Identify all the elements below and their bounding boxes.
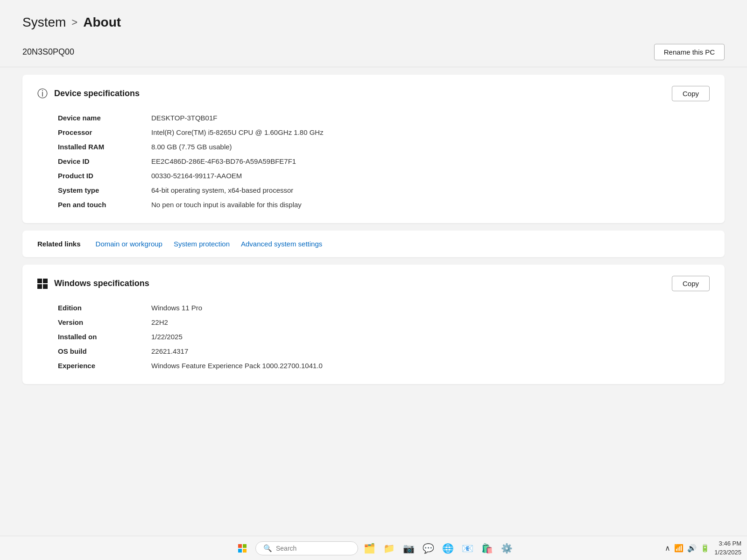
start-button[interactable]	[232, 538, 253, 559]
related-link[interactable]: Domain or workgroup	[96, 240, 162, 248]
windows-specs-title-group: Windows specifications	[37, 279, 149, 289]
table-row: System type64-bit operating system, x64-…	[54, 183, 710, 197]
related-link[interactable]: Advanced system settings	[241, 240, 322, 248]
spec-value: 22H2	[148, 315, 710, 329]
tray-chevron-icon[interactable]: ∧	[665, 544, 670, 553]
taskbar-app-settings[interactable]: ⚙️	[498, 540, 515, 557]
tray-volume-icon[interactable]: 🔊	[687, 544, 697, 553]
table-row: ExperienceWindows Feature Experience Pac…	[54, 358, 710, 373]
taskbar-search-bar[interactable]: 🔍	[255, 541, 358, 555]
taskbar-app-camera[interactable]: 📷	[400, 540, 417, 557]
breadcrumb-separator: >	[71, 16, 78, 28]
windows-specs-copy-button[interactable]: Copy	[672, 276, 710, 291]
spec-label: Processor	[54, 125, 148, 140]
taskbar-app-folder[interactable]: 📁	[381, 540, 397, 557]
table-row: Installed on1/22/2025	[54, 329, 710, 344]
breadcrumb-current: About	[83, 15, 121, 30]
taskbar-app-files[interactable]: 🗂️	[361, 540, 378, 557]
windows-specs-section: Windows specifications Copy EditionWindo…	[22, 265, 725, 384]
spec-value: 1/22/2025	[148, 329, 710, 344]
device-specs-title: Device specifications	[54, 89, 140, 98]
clock-display[interactable]: 3:46 PM 1/23/2025	[714, 539, 741, 556]
spec-value: 00330-52164-99117-AAOEM	[148, 168, 710, 183]
spec-label: Device ID	[54, 154, 148, 168]
spec-value: 22621.4317	[148, 344, 710, 358]
spec-label: Version	[54, 315, 148, 329]
spec-value: Windows 11 Pro	[148, 301, 710, 315]
breadcrumb-parent: System	[22, 15, 66, 30]
related-links-label: Related links	[37, 240, 81, 248]
rename-pc-button[interactable]: Rename this PC	[654, 44, 725, 60]
device-specs-title-group: ⓘ Device specifications	[37, 87, 140, 101]
breadcrumb: System > About	[22, 15, 725, 30]
table-row: Product ID00330-52164-99117-AAOEM	[54, 168, 710, 183]
table-row: Device nameDESKTOP-3TQB01F	[54, 111, 710, 125]
related-links-bar: Related links Domain or workgroupSystem …	[22, 231, 725, 257]
device-specs-table: Device nameDESKTOP-3TQB01FProcessorIntel…	[54, 111, 710, 212]
device-specs-section: ⓘ Device specifications Copy Device name…	[22, 75, 725, 223]
date-label: 1/23/2025	[714, 548, 741, 557]
taskbar-center: 🔍 🗂️ 📁 📷 💬 🌐 📧 🛍️ ⚙️	[232, 538, 515, 559]
table-row: ProcessorIntel(R) Core(TM) i5-8265U CPU …	[54, 125, 710, 140]
spec-label: Pen and touch	[54, 197, 148, 212]
windows-specs-header: Windows specifications Copy	[37, 276, 710, 291]
taskbar-right: ∧ 📶 🔊 🔋 3:46 PM 1/23/2025	[665, 539, 741, 556]
related-link[interactable]: System protection	[174, 240, 230, 248]
taskbar-search-icon: 🔍	[263, 544, 272, 553]
windows-specs-fields: EditionWindows 11 ProVersion22H2Installe…	[37, 301, 710, 373]
taskbar-app-mail[interactable]: 📧	[459, 540, 476, 557]
table-row: Version22H2	[54, 315, 710, 329]
windows-specs-title: Windows specifications	[54, 279, 149, 288]
spec-label: System type	[54, 183, 148, 197]
taskbar: 🔍 🗂️ 📁 📷 💬 🌐 📧 🛍️ ⚙️ ∧ 📶 🔊 🔋 3:46 PM 1/2…	[0, 536, 747, 560]
device-specs-header: ⓘ Device specifications Copy	[37, 86, 710, 101]
spec-label: Device name	[54, 111, 148, 125]
spec-label: Installed on	[54, 329, 148, 344]
windows-logo-icon	[37, 279, 48, 289]
taskbar-search-input[interactable]	[276, 545, 351, 552]
spec-value: 64-bit operating system, x64-based proce…	[148, 183, 710, 197]
spec-label: OS build	[54, 344, 148, 358]
device-specs-fields: Device nameDESKTOP-3TQB01FProcessorIntel…	[37, 111, 710, 212]
spec-value: No pen or touch input is available for t…	[148, 197, 710, 212]
spec-value: DESKTOP-3TQB01F	[148, 111, 710, 125]
spec-value: EE2C486D-286E-4F63-BD76-A59A59BFE7F1	[148, 154, 710, 168]
page-header: System > About	[0, 0, 747, 37]
taskbar-app-meet[interactable]: 💬	[420, 540, 437, 557]
table-row: OS build22621.4317	[54, 344, 710, 358]
spec-label: Product ID	[54, 168, 148, 183]
tray-icons: ∧ 📶 🔊 🔋	[665, 544, 710, 553]
spec-label: Experience	[54, 358, 148, 373]
spec-label: Edition	[54, 301, 148, 315]
table-row: Device IDEE2C486D-286E-4F63-BD76-A59A59B…	[54, 154, 710, 168]
spec-value: Windows Feature Experience Pack 1000.227…	[148, 358, 710, 373]
start-icon	[238, 544, 247, 553]
tray-network-icon[interactable]: 📶	[674, 544, 684, 553]
info-icon: ⓘ	[37, 87, 48, 101]
windows-specs-table: EditionWindows 11 ProVersion22H2Installe…	[54, 301, 710, 373]
table-row: EditionWindows 11 Pro	[54, 301, 710, 315]
device-specs-copy-button[interactable]: Copy	[672, 86, 710, 101]
device-name-label: 20N3S0PQ00	[22, 47, 74, 57]
spec-value: 8.00 GB (7.75 GB usable)	[148, 140, 710, 154]
related-links-container: Domain or workgroupSystem protectionAdva…	[96, 240, 323, 248]
device-name-bar: 20N3S0PQ00 Rename this PC	[0, 37, 747, 67]
taskbar-app-store[interactable]: 🛍️	[479, 540, 495, 557]
table-row: Installed RAM8.00 GB (7.75 GB usable)	[54, 140, 710, 154]
tray-battery-icon[interactable]: 🔋	[700, 544, 710, 553]
table-row: Pen and touchNo pen or touch input is av…	[54, 197, 710, 212]
spec-label: Installed RAM	[54, 140, 148, 154]
time-label: 3:46 PM	[714, 539, 741, 548]
taskbar-app-chrome[interactable]: 🌐	[439, 540, 456, 557]
spec-value: Intel(R) Core(TM) i5-8265U CPU @ 1.60GHz…	[148, 125, 710, 140]
